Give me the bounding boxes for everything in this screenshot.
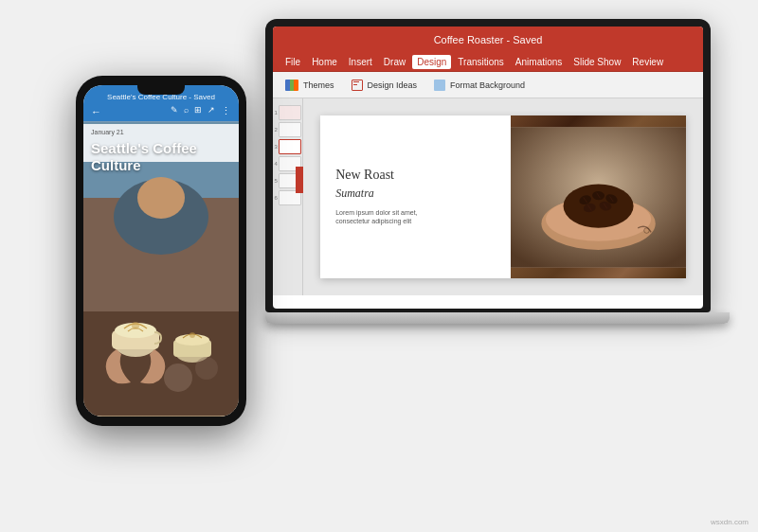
phone-date-text: January 21 [91, 129, 124, 135]
laptop-screen: Coffee Roaster - Saved File Home Insert … [265, 19, 711, 312]
slide-subtitle: Sumatra [335, 186, 496, 201]
themes-button[interactable]: Themes [280, 78, 339, 93]
format-background-icon [434, 80, 445, 91]
svg-point-20 [137, 177, 185, 219]
slide-thumb-3[interactable] [279, 139, 301, 154]
phone-screen: Seattle's Coffee Culture - Saved ← ✎ ⌕ ⊞… [83, 85, 239, 417]
svg-point-4 [563, 184, 633, 227]
svg-point-28 [190, 332, 195, 338]
design-ideas-icon [352, 80, 363, 91]
slide-left-panel: New Roast Sumatra Lorem ipsum dolor sit … [320, 115, 511, 279]
ppt-workspace: 1 2 3 4 [273, 98, 703, 295]
design-ideas-label: Design Ideas [368, 80, 418, 90]
slide-number-2: 2 [275, 127, 278, 133]
slide-thumb-1[interactable] [279, 105, 301, 120]
slide-number-3: 3 [275, 144, 278, 150]
slide-number-4: 4 [275, 161, 278, 167]
svg-point-29 [164, 364, 192, 392]
phone-toolbar-row: ← ✎ ⌕ ⊞ ↗ ⋮ [91, 105, 231, 117]
menu-file[interactable]: File [280, 55, 305, 69]
phone-action-icons: ✎ ⌕ ⊞ ↗ ⋮ [171, 105, 231, 117]
svg-point-30 [195, 357, 218, 380]
watermark: wsxdn.com [711, 518, 749, 526]
slide-number-5: 5 [275, 178, 278, 184]
laptop-screen-inner: Coffee Roaster - Saved File Home Insert … [273, 27, 703, 309]
design-ideas-button[interactable]: Design Ideas [347, 78, 423, 93]
ppt-titlebar: Coffee Roaster - Saved [273, 27, 703, 53]
ppt-title-text: Coffee Roaster - Saved [434, 34, 543, 45]
ppt-slides-panel: 1 2 3 4 [273, 98, 303, 295]
search-icon[interactable]: ⌕ [184, 105, 189, 117]
ppt-toolbar: Themes Design Ideas Format Background [273, 72, 703, 98]
menu-transitions[interactable]: Transitions [453, 55, 509, 69]
slide-number-1: 1 [275, 110, 278, 115]
menu-home[interactable]: Home [307, 55, 342, 69]
laptop-base [265, 312, 730, 324]
slide-canvas: New Roast Sumatra Lorem ipsum dolor sit … [320, 115, 686, 279]
format-background-button[interactable]: Format Background [429, 78, 530, 93]
menu-design[interactable]: Design [412, 55, 451, 69]
slide-number-6: 6 [275, 195, 278, 201]
menu-animations[interactable]: Animations [511, 55, 567, 69]
edit-icon[interactable]: ✎ [171, 105, 178, 117]
phone-heading: Seattle's Coffee Culture [91, 140, 231, 174]
scene: Coffee Roaster - Saved File Home Insert … [0, 0, 758, 532]
laptop: Coffee Roaster - Saved File Home Insert … [265, 19, 720, 341]
ppt-ribbon: File Home Insert Draw Design Transitions… [273, 53, 703, 72]
coffee-beans-image [511, 115, 686, 279]
red-accent-bar [296, 167, 303, 193]
menu-review[interactable]: Review [627, 55, 668, 69]
slide-body-text: Lorem ipsum dolor sit amet,consectetur a… [335, 208, 496, 227]
format-background-label: Format Background [450, 80, 525, 90]
menu-draw[interactable]: Draw [379, 55, 410, 69]
slide-row-1[interactable]: 1 [275, 105, 301, 120]
phone-content: January 21 Seattle's Coffee Culture [83, 121, 239, 417]
slide-right-panel [511, 115, 686, 279]
back-icon[interactable]: ← [91, 106, 101, 117]
share-icon[interactable]: ↗ [208, 105, 215, 117]
slide-row-3[interactable]: 3 [275, 139, 301, 154]
ppt-main-canvas: New Roast Sumatra Lorem ipsum dolor sit … [303, 98, 703, 295]
slide-row-2[interactable]: 2 [275, 122, 301, 137]
themes-label: Themes [303, 80, 334, 90]
grid-icon[interactable]: ⊞ [194, 105, 202, 117]
menu-insert[interactable]: Insert [344, 55, 377, 69]
svg-point-24 [132, 322, 139, 329]
hands-svg [511, 115, 686, 279]
slide-thumb-2[interactable] [279, 122, 301, 137]
menu-slideshow[interactable]: Slide Show [568, 55, 625, 69]
phone-background-image: January 21 Seattle's Coffee Culture [83, 121, 239, 417]
more-icon[interactable]: ⋮ [221, 105, 231, 117]
slide-title: New Roast [335, 168, 496, 183]
ppt-menu-bar: File Home Insert Draw Design Transitions… [273, 53, 703, 71]
phone-outer: Seattle's Coffee Culture - Saved ← ✎ ⌕ ⊞… [76, 76, 246, 426]
phone: Seattle's Coffee Culture - Saved ← ✎ ⌕ ⊞… [76, 76, 246, 426]
themes-icon [285, 80, 298, 91]
phone-notch [137, 85, 185, 95]
